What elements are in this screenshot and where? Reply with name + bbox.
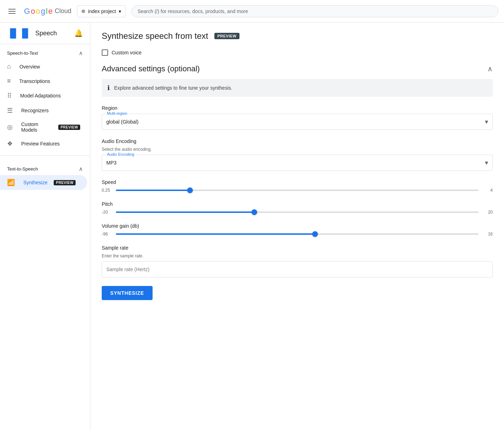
speed-slider[interactable]: [116, 190, 479, 191]
volume-max: 16: [483, 232, 493, 237]
custom-voice-label: Custom voice: [112, 50, 142, 55]
info-text: Explore advanced settings to fine tune y…: [114, 85, 232, 91]
main-layout: ▐▌▐▌ Speech 🔔 Speech-to-Text ∧ ⌂ Overvie…: [0, 23, 504, 430]
advanced-settings-header: Advanced settings (optional) ∧: [102, 64, 493, 73]
region-floating-label: Multi-region: [106, 111, 129, 115]
main-content: Synthesize speech from text PREVIEW Cust…: [90, 23, 504, 430]
google-logo: Google Cloud: [24, 7, 71, 16]
product-header: ▐▌▐▌ Speech 🔔: [0, 23, 90, 44]
sidebar-item-custom-models[interactable]: ◎ Custom Models PREVIEW: [0, 118, 87, 136]
sidebar-item-synthesize[interactable]: 📶 Synthesize PREVIEW: [0, 175, 87, 190]
advanced-settings-title: Advanced settings (optional): [102, 64, 200, 73]
project-selector[interactable]: index project ▾: [77, 5, 126, 17]
recognizers-icon: ☰: [7, 107, 13, 114]
sidebar-label-recognizers: Recognizers: [21, 108, 49, 113]
sidebar-item-model-adaptations[interactable]: ⠿ Model Adaptations: [0, 88, 87, 103]
audio-encoding-select-wrapper: Audio Encoding MP3 LINEAR16 OGG_OPUS MUL…: [102, 155, 493, 171]
speed-section: Speed 0.25 4: [102, 179, 493, 193]
volume-slider-row: -96 16: [102, 232, 493, 237]
region-label: Region: [102, 105, 493, 111]
speech-icon: ▐▌▐▌: [7, 28, 31, 38]
pitch-max: 20: [483, 210, 493, 215]
info-icon: ℹ: [107, 84, 110, 92]
custom-voice-row: Custom voice: [102, 49, 493, 56]
synthesize-button[interactable]: SYNTHESIZE: [102, 286, 153, 300]
custom-models-icon: ◎: [7, 123, 13, 131]
region-select-wrapper: Multi-region global (Global) us (United …: [102, 114, 493, 130]
sidebar-label-custom-models: Custom Models: [21, 121, 52, 133]
region-section: Region Multi-region global (Global) us (…: [102, 105, 493, 130]
audio-encoding-floating-label: Audio Encoding: [106, 152, 136, 156]
speed-min: 0.25: [102, 188, 112, 193]
volume-label: Volume gain (db): [102, 223, 493, 229]
sidebar-item-transcriptions[interactable]: ≡ Transcriptions: [0, 74, 87, 88]
project-name: index project: [88, 8, 116, 14]
home-icon: ⌂: [7, 63, 11, 70]
volume-section: Volume gain (db) -96 16: [102, 223, 493, 237]
collapse-button[interactable]: ∧: [487, 65, 493, 73]
section-speech-to-text[interactable]: Speech-to-Text ∧: [0, 44, 90, 59]
region-select[interactable]: global (Global) us (United States) eu (E…: [102, 114, 492, 130]
menu-button[interactable]: [6, 6, 18, 17]
sidebar: ▐▌▐▌ Speech 🔔 Speech-to-Text ∧ ⌂ Overvie…: [0, 23, 90, 430]
audio-encoding-sublabel: Select the audio encoding.: [102, 147, 493, 152]
speed-slider-row: 0.25 4: [102, 188, 493, 193]
sidebar-label-synthesize: Synthesize: [23, 180, 47, 185]
custom-voice-checkbox[interactable]: [102, 49, 108, 56]
section-tts-label: Text-to-Speech: [7, 166, 38, 172]
transcriptions-icon: ≡: [7, 77, 11, 85]
audio-encoding-section: Audio Encoding Select the audio encoding…: [102, 138, 493, 171]
model-icon: ⠿: [7, 92, 12, 100]
info-banner: ℹ Explore advanced settings to fine tune…: [102, 79, 493, 97]
page-header: Synthesize speech from text PREVIEW: [102, 31, 493, 41]
topbar: Google Cloud index project ▾ Search (/) …: [0, 0, 504, 23]
sidebar-item-preview-features[interactable]: ❖ Preview Features: [0, 136, 87, 151]
project-dropdown-icon: ▾: [119, 8, 121, 14]
sidebar-label-overview: Overview: [19, 64, 40, 70]
search-placeholder: Search (/) for resources, docs, products…: [137, 8, 248, 14]
pitch-label: Pitch: [102, 201, 493, 207]
project-dot: [82, 10, 85, 13]
sample-rate-label: Sample rate: [102, 245, 493, 251]
pitch-slider[interactable]: [116, 211, 479, 213]
sample-rate-input[interactable]: [102, 261, 493, 277]
section-text-to-speech[interactable]: Text-to-Speech ∧: [0, 160, 90, 175]
synthesize-icon: 📶: [7, 179, 15, 186]
volume-slider[interactable]: [116, 233, 479, 235]
search-bar[interactable]: Search (/) for resources, docs, products…: [131, 5, 498, 17]
sidebar-label-model-adaptations: Model Adaptations: [20, 93, 61, 98]
synthesize-preview-badge: PREVIEW: [54, 180, 76, 185]
preview-features-icon: ❖: [7, 140, 13, 148]
speed-max: 4: [483, 188, 493, 193]
sidebar-label-transcriptions: Transcriptions: [19, 78, 50, 84]
page-preview-badge: PREVIEW: [214, 33, 239, 39]
pitch-section: Pitch -20 20: [102, 201, 493, 215]
sample-rate-section: Sample rate Enter the sample rate.: [102, 245, 493, 277]
section-stt-label: Speech-to-Text: [7, 50, 38, 56]
pitch-slider-row: -20 20: [102, 210, 493, 215]
tts-chevron: ∧: [79, 166, 83, 172]
custom-models-preview-badge: PREVIEW: [58, 125, 80, 130]
audio-encoding-select[interactable]: MP3 LINEAR16 OGG_OPUS MULAW ALAW: [102, 155, 492, 171]
stt-chevron: ∧: [79, 50, 83, 56]
sidebar-item-overview[interactable]: ⌂ Overview: [0, 59, 87, 74]
sample-rate-sublabel: Enter the sample rate.: [102, 253, 493, 258]
speed-label: Speed: [102, 179, 493, 185]
product-title: Speech: [35, 30, 57, 37]
sidebar-label-preview-features: Preview Features: [21, 141, 60, 147]
page-title: Synthesize speech from text: [102, 31, 208, 41]
volume-min: -96: [102, 232, 112, 237]
sidebar-item-recognizers[interactable]: ☰ Recognizers: [0, 103, 87, 118]
audio-encoding-label: Audio Encoding: [102, 138, 493, 144]
pitch-min: -20: [102, 210, 112, 215]
bell-icon[interactable]: 🔔: [74, 29, 83, 37]
